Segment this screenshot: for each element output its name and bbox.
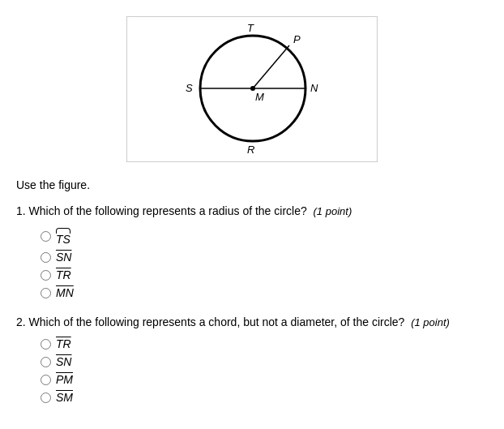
circle-diagram: T P S N M R: [127, 17, 378, 163]
q1-option-c-radio[interactable]: [41, 270, 51, 281]
q2-option-d-label: SM: [56, 391, 73, 404]
question-2-text: Which of the following represents a chor…: [29, 315, 405, 328]
list-item: MN: [41, 286, 488, 299]
svg-text:M: M: [255, 91, 264, 103]
list-item: SN: [41, 251, 488, 264]
q2-option-a-label: TR: [56, 337, 71, 350]
svg-text:R: R: [247, 144, 254, 156]
question-2-options: TR SN PM SM: [16, 337, 488, 404]
use-figure-label: Use the figure.: [16, 178, 488, 191]
q2-option-b-label: SN: [56, 355, 71, 368]
question-2-number: 2.: [16, 315, 26, 328]
svg-text:N: N: [310, 82, 318, 94]
question-1-number: 1.: [16, 204, 26, 217]
question-1-text: Which of the following represents a radi…: [29, 204, 307, 217]
q1-option-a-label: TS: [56, 226, 70, 246]
list-item: PM: [41, 373, 488, 386]
list-item: TS: [41, 226, 488, 246]
svg-text:S: S: [186, 82, 193, 94]
q2-option-d-radio[interactable]: [41, 393, 51, 403]
q1-option-d-label: MN: [56, 286, 74, 299]
list-item: SM: [41, 391, 488, 404]
q1-option-b-radio[interactable]: [41, 252, 51, 263]
q1-option-a-radio[interactable]: [41, 231, 51, 242]
q2-option-a-radio[interactable]: [41, 339, 51, 350]
q2-option-c-label: PM: [56, 373, 73, 386]
questions-container: 1. Which of the following represents a r…: [16, 203, 488, 404]
list-item: TR: [41, 268, 488, 281]
question-1-title: 1. Which of the following represents a r…: [16, 203, 488, 220]
q1-option-c-label: TR: [56, 268, 71, 281]
q2-option-b-radio[interactable]: [41, 357, 51, 367]
question-1-point: (1 point): [314, 205, 352, 217]
list-item: SN: [41, 355, 488, 368]
figure-box: T P S N M R: [126, 16, 378, 162]
svg-text:P: P: [293, 33, 301, 45]
q1-option-b-label: SN: [56, 251, 71, 264]
list-item: TR: [41, 337, 488, 350]
question-2: 2. Which of the following represents a c…: [16, 314, 488, 404]
svg-line-3: [253, 45, 289, 88]
q2-option-c-radio[interactable]: [41, 375, 51, 385]
q1-option-d-radio[interactable]: [41, 288, 51, 298]
question-1: 1. Which of the following represents a r…: [16, 203, 488, 299]
question-2-point: (1 point): [411, 316, 450, 328]
question-2-title: 2. Which of the following represents a c…: [16, 314, 488, 331]
question-1-options: TS SN TR MN: [16, 226, 488, 299]
svg-text:T: T: [247, 22, 254, 34]
